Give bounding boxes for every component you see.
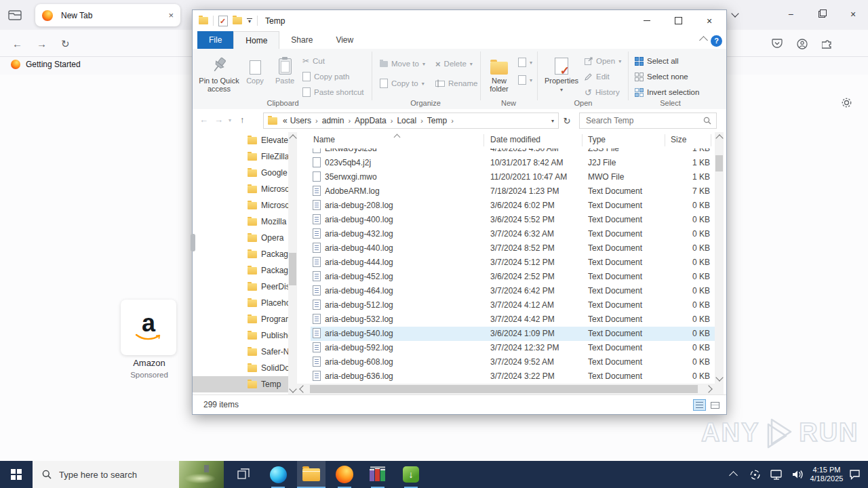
- forward-icon[interactable]: →: [37, 38, 47, 49]
- scroll-thumb[interactable]: [715, 155, 723, 171]
- taskbar-idm-button[interactable]: ↓: [397, 461, 425, 488]
- delete-button[interactable]: × Delete ▾: [435, 58, 473, 70]
- tree-item[interactable]: Programs: [193, 311, 288, 327]
- taskbar-clock[interactable]: 4:15 PM 4/18/2025: [808, 461, 845, 488]
- taskbar-search[interactable]: [33, 461, 224, 488]
- qat-customize-chevron-icon[interactable]: ▾: [247, 18, 252, 24]
- taskbar-explorer-button[interactable]: [297, 461, 326, 488]
- breadcrumb-item[interactable]: AppData›: [355, 116, 397, 125]
- firefox-minimize-button[interactable]: −: [780, 5, 802, 23]
- file-row[interactable]: AdobeARM.log 7/18/2024 1:23 PM Text Docu…: [311, 184, 715, 199]
- history-button[interactable]: ↺ History: [585, 86, 620, 98]
- rename-button[interactable]: Rename: [435, 77, 477, 89]
- file-row[interactable]: aria-debug-400.log 3/6/2024 5:52 PM Text…: [311, 213, 715, 227]
- account-icon[interactable]: [797, 39, 808, 52]
- scroll-up-icon[interactable]: [288, 132, 297, 142]
- start-button[interactable]: [0, 461, 33, 488]
- tree-item[interactable]: PeerDist: [193, 279, 288, 295]
- nav-up-icon[interactable]: ↑: [240, 115, 245, 125]
- tree-scroll-thumb[interactable]: [289, 253, 296, 285]
- file-row[interactable]: aria-debug-444.log 3/7/2024 5:12 PM Text…: [311, 256, 715, 270]
- tree-item[interactable]: Packages: [193, 246, 288, 262]
- explorer-maximize-button[interactable]: [663, 10, 694, 31]
- file-row[interactable]: aria-debug-636.log 3/7/2024 3:22 PM Text…: [311, 369, 715, 384]
- file-row[interactable]: aria-debug-512.log 3/7/2024 4:12 AM Text…: [311, 298, 715, 312]
- column-header-type[interactable]: Type: [588, 135, 606, 144]
- copy-to-button[interactable]: Copy to ▾: [380, 77, 425, 89]
- tree-scrollbar[interactable]: [288, 132, 297, 394]
- file-row[interactable]: aria-debug-532.log 3/7/2024 4:42 PM Text…: [311, 312, 715, 327]
- copy-path-button[interactable]: Copy path: [302, 70, 349, 83]
- file-row[interactable]: aria-debug-464.log 3/7/2024 6:42 PM Text…: [311, 284, 715, 298]
- breadcrumb-item[interactable]: Users›: [290, 116, 322, 125]
- library-icon[interactable]: [5, 7, 24, 23]
- move-to-button[interactable]: Move to ▾: [380, 58, 425, 70]
- breadcrumb-item[interactable]: admin›: [322, 116, 355, 125]
- refresh-icon[interactable]: ↻: [560, 113, 574, 129]
- explorer-close-button[interactable]: ×: [694, 10, 725, 31]
- nav-back-icon[interactable]: ←: [199, 115, 208, 125]
- extensions-icon[interactable]: [822, 39, 833, 52]
- open-button[interactable]: Open ▾: [585, 55, 621, 67]
- column-header-size[interactable]: Size: [671, 135, 686, 144]
- tab-list-chevron-icon[interactable]: [724, 5, 746, 23]
- tree-item[interactable]: SolidDocs: [193, 360, 288, 376]
- tree-item[interactable]: Packages: [193, 262, 288, 279]
- invert-selection-button[interactable]: Invert selection: [635, 86, 699, 98]
- ribbon-tab[interactable]: Share: [279, 31, 324, 49]
- tree-item[interactable]: Temp: [193, 376, 288, 392]
- paste-button[interactable]: Paste: [270, 56, 300, 85]
- ribbon-tab[interactable]: View: [324, 31, 365, 49]
- explorer-search-input[interactable]: [585, 115, 703, 126]
- copy-button[interactable]: Copy: [240, 56, 270, 85]
- tab-close-icon[interactable]: ×: [168, 10, 174, 20]
- ribbon-tab[interactable]: Home: [233, 31, 279, 49]
- horizontal-scroll-thumb[interactable]: [310, 385, 698, 393]
- nav-forward-icon[interactable]: →: [214, 115, 223, 125]
- taskbar-edge-button[interactable]: [264, 461, 292, 488]
- reload-icon[interactable]: ↻: [61, 38, 70, 50]
- breadcrumb-item[interactable]: Local›: [397, 116, 427, 125]
- pocket-icon[interactable]: [772, 39, 783, 52]
- qat-properties-icon[interactable]: [218, 16, 228, 26]
- tray-update-icon[interactable]: [746, 461, 764, 488]
- tree-item[interactable]: Mozilla: [193, 214, 288, 230]
- pin-to-quick-access-button[interactable]: Pin to Quick access: [198, 56, 240, 93]
- easy-access-button[interactable]: ▾: [518, 74, 532, 86]
- column-header-name[interactable]: Name: [313, 135, 335, 144]
- nav-history-chevron-icon[interactable]: ▾: [229, 117, 231, 123]
- new-folder-button[interactable]: New folder: [483, 56, 515, 93]
- breadcrumb-item[interactable]: Temp›: [427, 116, 458, 125]
- scroll-down-icon[interactable]: [288, 385, 297, 394]
- bookmark-getting-started[interactable]: Getting Started: [11, 60, 81, 69]
- file-row[interactable]: aria-debug-592.log 3/7/2024 12:32 PM Tex…: [311, 341, 715, 355]
- ribbon-tab[interactable]: File: [197, 31, 233, 49]
- help-icon[interactable]: ?: [711, 35, 722, 47]
- tree-item[interactable]: Publishers: [193, 327, 288, 344]
- browser-tab[interactable]: New Tab ×: [35, 4, 180, 26]
- address-chevron-icon[interactable]: ▾: [551, 118, 554, 124]
- horizontal-scrollbar[interactable]: [297, 384, 715, 394]
- file-row[interactable]: 35erwxgi.mwo 11/20/2021 10:47 AM MWO Fil…: [311, 170, 715, 184]
- file-list-scrollbar[interactable]: [715, 132, 724, 384]
- tree-item[interactable]: Microsoft: [193, 181, 288, 197]
- properties-button[interactable]: Properties ▾: [542, 56, 580, 94]
- details-view-button[interactable]: [693, 399, 706, 411]
- taskbar-winrar-button[interactable]: [363, 461, 392, 488]
- edit-button[interactable]: Edit: [585, 70, 610, 83]
- explorer-search-box[interactable]: [579, 113, 717, 129]
- file-row[interactable]: aria-debug-440.log 3/7/2024 8:52 PM Text…: [311, 241, 715, 256]
- scroll-up-icon[interactable]: [715, 132, 724, 142]
- tree-item[interactable]: Placeholder: [193, 295, 288, 311]
- file-row[interactable]: aria-debug-452.log 3/6/2024 2:52 PM Text…: [311, 270, 715, 284]
- file-row[interactable]: aria-debug-608.log 3/7/2024 9:52 AM Text…: [311, 355, 715, 369]
- scroll-left-icon[interactable]: [297, 384, 307, 394]
- large-icons-view-button[interactable]: [709, 399, 722, 411]
- back-icon[interactable]: ←: [12, 38, 22, 49]
- action-center-icon[interactable]: [845, 461, 864, 488]
- select-all-button[interactable]: Select all: [635, 55, 679, 67]
- taskbar-firefox-button[interactable]: [330, 461, 359, 488]
- explorer-minimize-button[interactable]: [631, 10, 663, 31]
- qat-new-folder-icon[interactable]: [233, 17, 242, 24]
- gear-icon[interactable]: [841, 97, 852, 111]
